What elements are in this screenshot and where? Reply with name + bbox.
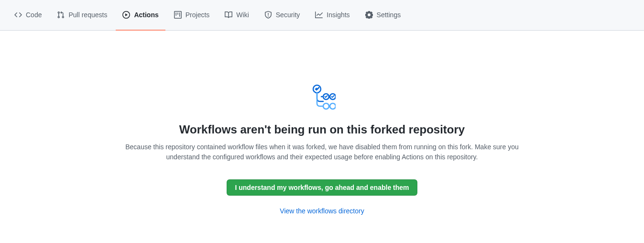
tab-actions[interactable]: Actions xyxy=(116,0,165,31)
blankslate: Workflows aren't being run on this forke… xyxy=(107,31,537,215)
tab-settings[interactable]: Settings xyxy=(359,0,408,31)
nav-label: Wiki xyxy=(236,11,249,19)
svg-point-6 xyxy=(323,103,329,109)
nav-label: Pull requests xyxy=(68,11,107,19)
nav-label: Projects xyxy=(186,11,210,19)
gear-icon xyxy=(365,11,373,19)
tab-code[interactable]: Code xyxy=(8,0,48,31)
nav-label: Security xyxy=(276,11,300,19)
git-pull-request-icon xyxy=(57,11,65,19)
tab-projects[interactable]: Projects xyxy=(167,0,217,31)
page-description: Because this repository contained workfl… xyxy=(119,142,525,162)
nav-label: Code xyxy=(26,11,42,19)
tab-wiki[interactable]: Wiki xyxy=(218,0,255,31)
view-workflows-link[interactable]: View the workflows directory xyxy=(280,207,364,215)
project-icon xyxy=(174,11,182,19)
book-icon xyxy=(225,11,232,19)
code-icon xyxy=(14,11,22,19)
page-heading: Workflows aren't being run on this forke… xyxy=(179,123,465,136)
enable-workflows-button[interactable]: I understand my workflows, go ahead and … xyxy=(227,179,417,196)
graph-icon xyxy=(315,11,323,19)
play-icon xyxy=(122,11,130,19)
repo-nav: Code Pull requests Actions Projects Wiki… xyxy=(0,0,644,31)
nav-label: Insights xyxy=(327,11,349,19)
tab-pull-requests[interactable]: Pull requests xyxy=(50,0,114,31)
tab-insights[interactable]: Insights xyxy=(308,0,356,31)
workflow-hero-icon xyxy=(309,83,336,111)
svg-point-7 xyxy=(330,103,336,109)
nav-label: Actions xyxy=(134,11,158,19)
nav-label: Settings xyxy=(377,11,401,19)
shield-icon xyxy=(264,11,272,19)
tab-security[interactable]: Security xyxy=(258,0,307,31)
